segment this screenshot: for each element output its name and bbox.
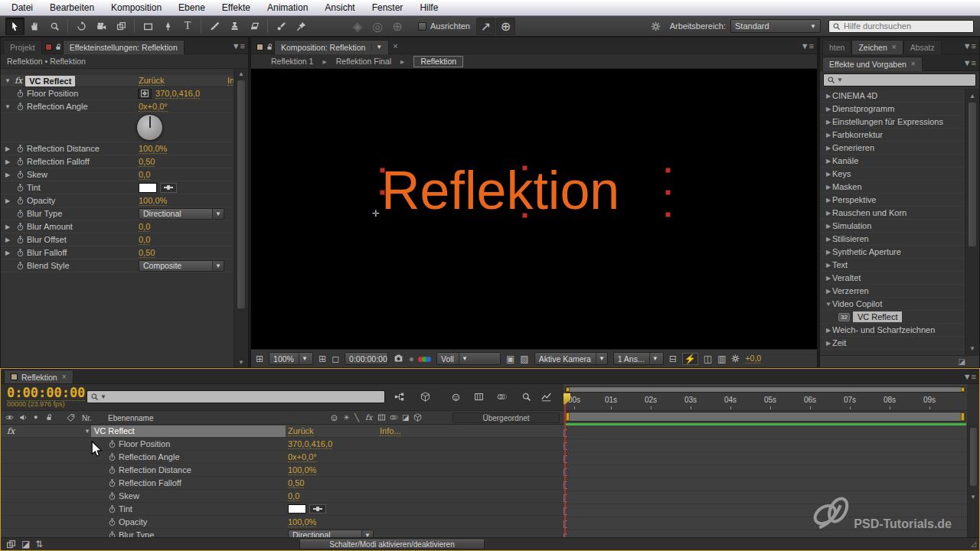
property-row-blur-type[interactable]: Blur Type Directional▼ [1, 207, 234, 220]
category-row[interactable]: ▶Masken [820, 181, 979, 194]
property-value[interactable]: 0,0 [139, 222, 150, 232]
lock-icon[interactable] [45, 413, 54, 422]
axis-mode-local-button[interactable]: ◈ [348, 18, 368, 35]
menu-komposition[interactable]: Komposition [103, 0, 170, 16]
property-value[interactable]: 0,0 [139, 235, 150, 245]
reset-link[interactable]: Zurück [139, 76, 165, 86]
show-snapshot-icon[interactable]: ● [409, 354, 414, 364]
scroll-up-icon[interactable]: ▲ [965, 93, 979, 99]
category-row[interactable]: ▶Generieren [820, 142, 979, 155]
resize-corner-icon[interactable]: ◿ [971, 540, 976, 548]
property-row-tint[interactable]: Tint [1, 503, 564, 516]
navigator-end-handle[interactable] [961, 387, 965, 392]
anchor-point-icon[interactable]: ✛ [372, 208, 380, 219]
toggle-switches-modes-button[interactable]: Schalter/Modi aktivieren/deaktivieren [299, 540, 485, 549]
info-link[interactable]: Info... [227, 76, 234, 86]
selection-handle[interactable] [522, 165, 528, 171]
timeline-scrollbar[interactable]: ▼ [967, 425, 978, 539]
motion-blur-icon[interactable] [497, 392, 507, 402]
close-icon[interactable]: × [911, 60, 916, 68]
category-row[interactable]: ▶Synthetic Aperture [820, 246, 979, 259]
menu-ebene[interactable]: Ebene [170, 0, 214, 16]
stopwatch-icon[interactable] [108, 479, 116, 487]
effects-list-scrollbar[interactable]: ▲ ▼ [965, 90, 979, 355]
tab-composition[interactable]: Komposition: Reflektion ▼ [274, 40, 389, 54]
twirl-closed-icon[interactable]: ▶ [825, 184, 832, 191]
scroll-down-icon[interactable]: ▼ [234, 359, 248, 366]
pixel-aspect-icon[interactable]: ⊟ [669, 354, 677, 364]
stopwatch-icon[interactable] [16, 184, 24, 192]
tab-effects-presets[interactable]: Effekte und Vorgaben× [822, 57, 923, 71]
reset-link[interactable]: Zurück [288, 426, 314, 436]
property-value[interactable]: 370,0,416,0 [155, 89, 200, 99]
category-row[interactable]: ▶Perspektive [820, 194, 979, 207]
category-row[interactable]: ▶Weich- und Scharfzeichnen [820, 324, 979, 337]
work-area-start-handle[interactable] [566, 412, 570, 421]
eyedropper-icon[interactable] [160, 183, 177, 193]
stopwatch-icon[interactable] [108, 466, 116, 474]
brainstorm-icon[interactable] [521, 392, 531, 402]
stopwatch-icon[interactable] [16, 210, 24, 218]
category-row[interactable]: ▶Dienstprogramm [820, 103, 979, 116]
eye-icon[interactable] [5, 413, 14, 422]
text-tool-button[interactable]: T [178, 18, 198, 35]
close-icon[interactable]: × [62, 373, 67, 381]
property-value[interactable]: 100,0% [139, 144, 167, 154]
brush-tool-button[interactable] [205, 18, 224, 35]
puppet-pin-tool-button[interactable] [292, 18, 311, 35]
twirl-closed-icon[interactable]: ▶ [825, 340, 832, 347]
menu-hilfe[interactable]: Hilfe [411, 0, 446, 16]
twirl-closed-icon[interactable]: ▶ [825, 119, 832, 126]
label-tag-icon[interactable] [67, 413, 75, 422]
property-row-reflection-angle[interactable]: ▼ Reflection Angle 0x+0,0° [1, 100, 234, 113]
stopwatch-icon[interactable] [16, 249, 24, 257]
align-checkbox[interactable] [418, 22, 426, 31]
stopwatch-icon[interactable] [16, 171, 24, 179]
category-row[interactable]: ▶Text [820, 259, 979, 272]
composition-viewer[interactable]: Reflektion ✛ [251, 69, 817, 349]
column-nr[interactable]: Nr. [82, 414, 92, 422]
twirl-closed-icon[interactable]: ▶ [825, 327, 832, 334]
time-navigator-bar[interactable] [565, 386, 965, 393]
frame-blend-icon[interactable] [474, 392, 484, 402]
tab-timeline-reflektion[interactable]: Reflektion × [4, 370, 74, 383]
viewer-lock-color-swatch[interactable] [45, 44, 52, 51]
current-timecode[interactable]: 0:00:00:00 [7, 385, 85, 401]
speaker-icon[interactable] [19, 413, 28, 422]
twirl-open-icon[interactable]: ▼ [825, 301, 832, 308]
scrollbar-thumb[interactable] [969, 427, 978, 487]
property-row-tint[interactable]: Tint [1, 181, 234, 194]
twirl-closed-icon[interactable]: ▶ [825, 236, 832, 243]
viewer-timecode[interactable]: 0:00:00:00 [345, 352, 388, 365]
blend-style-dropdown[interactable]: Composite▼ [139, 260, 224, 272]
chevron-down-icon[interactable]: ▼ [371, 44, 382, 51]
twirl-closed-icon[interactable]: ▶ [4, 249, 11, 256]
effect-row-vc-reflect[interactable]: 32 VC Reflect [820, 311, 979, 324]
track-row[interactable]: ][ [564, 452, 967, 465]
twirl-closed-icon[interactable]: ▶ [825, 262, 832, 269]
category-row[interactable]: ▶Verzerren [820, 285, 979, 298]
resolution-dropdown[interactable]: Voll▼ [436, 352, 501, 365]
property-row-opacity[interactable]: Opacity 100,0% [1, 516, 564, 529]
playhead-line[interactable] [564, 393, 566, 537]
stopwatch-icon[interactable] [16, 90, 24, 98]
exposure-value[interactable]: +0,0 [745, 354, 761, 364]
adjustment-switch-icon[interactable]: ◪ [402, 413, 409, 422]
property-value[interactable]: 370,0,416,0 [288, 439, 332, 449]
navigator-start-handle[interactable] [566, 387, 570, 392]
track-row[interactable]: ][ [564, 465, 967, 478]
effect-name-chip[interactable]: VC Reflect [25, 76, 75, 86]
help-search-box[interactable] [828, 20, 974, 33]
twirl-closed-icon[interactable]: ▶ [825, 171, 832, 178]
transparency-grid-icon[interactable]: ▨ [520, 354, 528, 364]
tint-color-swatch[interactable] [288, 504, 306, 514]
category-row[interactable]: ▶Keys [820, 168, 979, 181]
graph-editor-icon[interactable] [541, 392, 551, 402]
close-icon[interactable]: × [892, 43, 897, 51]
scroll-up-icon[interactable]: ▲ [234, 70, 248, 77]
eraser-tool-button[interactable] [245, 18, 264, 35]
menu-datei[interactable]: Datei [3, 0, 41, 16]
center-view-button[interactable]: ⊕ [496, 18, 515, 35]
selection-handle[interactable] [665, 190, 671, 195]
draft-3d-icon[interactable] [420, 392, 430, 402]
